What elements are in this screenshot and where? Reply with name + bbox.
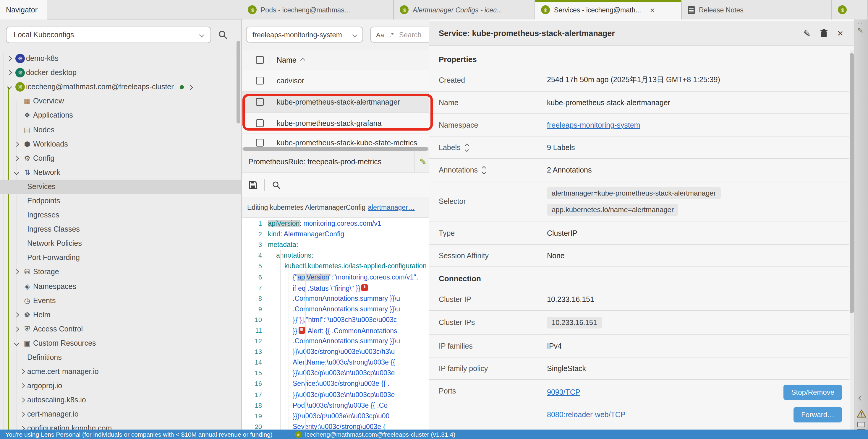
drawer-scrollbar[interactable]	[850, 50, 854, 430]
chevron-right-icon[interactable]	[12, 313, 21, 316]
search-input[interactable]: Aa .* Search	[370, 27, 429, 42]
chevron-down-icon[interactable]	[12, 341, 21, 345]
sidebar-item-autoscaling-k8s-io[interactable]: autoscaling.k8s.io	[0, 393, 241, 407]
helm-icon: ☸	[21, 310, 33, 319]
table-row[interactable]: kube-prometheus-stack-alertmanager	[242, 92, 429, 113]
sidebar-scrollbar[interactable]	[237, 41, 240, 124]
edit-pencil-icon[interactable]: ✎	[419, 157, 427, 167]
table-row[interactable]: cadvisor	[242, 70, 429, 92]
table-row[interactable]: kube-prometheus-stack-grafana	[242, 113, 429, 134]
sidebar-item-cert-manager-io[interactable]: cert-manager.io	[0, 407, 241, 421]
chevron-right-icon[interactable]	[5, 71, 14, 74]
tab-alertmanager-configs-ice[interactable]: ⎈Alertmanager Configs - icec...	[394, 0, 535, 20]
stop-remove-button[interactable]: Stop/Remove	[784, 385, 842, 400]
edit-service-icon[interactable]: ✎	[803, 28, 811, 39]
warning-icon[interactable]	[857, 409, 866, 418]
save-icon[interactable]	[249, 181, 257, 189]
code-line: 16Service:\u003c/strong\u003e {{ .	[242, 378, 429, 389]
sidebar-item-docker-desktop[interactable]: ⎈docker-desktop	[0, 66, 241, 80]
close-tab-icon[interactable]: ×	[650, 6, 655, 14]
table-row-partial[interactable]: kube-prometheus-stack-kube-state-metrics	[242, 134, 429, 147]
sidebar-item-icecheng-mathmast-com-freeleaps-cluster[interactable]: ⎈icecheng@mathmast.com@freeleaps-cluster	[0, 80, 241, 94]
sidebar-item-argoproj-io[interactable]: argoproj.io	[0, 379, 241, 393]
chevron-right-icon[interactable]	[18, 427, 27, 430]
sidebar-item-custom-resources[interactable]: ▣Custom Resources	[0, 336, 241, 350]
sidebar-item-config[interactable]: ⚙Config	[0, 151, 241, 165]
gutter-pencil-icon[interactable]: ✎	[857, 27, 863, 35]
row-checkbox[interactable]	[256, 98, 264, 106]
row-checkbox[interactable]	[256, 77, 264, 85]
sidebar-item-helm[interactable]: ☸Helm	[0, 308, 241, 322]
chevron-glyph	[20, 412, 25, 417]
chevron-right-icon[interactable]	[18, 370, 27, 373]
chevron-right-icon[interactable]	[5, 57, 14, 60]
row-checkbox[interactable]	[256, 139, 264, 146]
close-drawer-icon[interactable]: ×	[837, 28, 843, 38]
chevron-right-icon[interactable]	[12, 156, 21, 160]
chevron-glyph	[14, 327, 19, 332]
chevron-down-icon[interactable]	[12, 171, 21, 174]
sidebar-item-overview[interactable]: ▦Overview	[0, 94, 241, 108]
sidebar-item-ingress-classes[interactable]: Ingress Classes	[0, 222, 241, 236]
sidebar-item-services[interactable]: Services	[0, 180, 241, 194]
select-all-checkbox[interactable]	[256, 56, 264, 64]
sidebar-item-demo-k8s[interactable]: ⎈demo-k8s	[0, 52, 241, 66]
yaml-editor[interactable]: 1apiVersion: monitoring.coreos.com/v12ki…	[242, 218, 429, 430]
sidebar-item-namespaces[interactable]: ◈Namespaces	[0, 279, 241, 293]
navigator-title: Navigator	[6, 6, 37, 14]
horizontal-scrollbar[interactable]	[242, 147, 429, 151]
sidebar-item-access-control[interactable]: ⛨Access Control	[0, 322, 241, 336]
sidebar-item-acme-cert-manager-io[interactable]: acme.cert-manager.io	[0, 365, 241, 379]
chevron-right-icon[interactable]	[189, 83, 192, 91]
panel-icon[interactable]	[857, 422, 865, 427]
sidebar-item-ingresses[interactable]: Ingresses	[0, 208, 241, 222]
search-icon[interactable]	[218, 30, 228, 39]
chevron-down-icon[interactable]	[5, 85, 14, 89]
tab-services-icecheng-math-[interactable]: ⎈Services - icecheng@math...×	[535, 0, 682, 20]
sidebar-item-definitions[interactable]: Definitions	[0, 350, 241, 365]
sidebar-item-network-policies[interactable]: Network Policies	[0, 236, 241, 250]
sidebar-item-storage[interactable]: ⛁Storage	[0, 265, 241, 279]
row-checkbox[interactable]	[256, 120, 264, 127]
expand-toggle-icon[interactable]	[465, 144, 468, 151]
port-link[interactable]: 9093/TCP	[547, 388, 580, 397]
expand-toggle-icon[interactable]	[483, 166, 486, 173]
detail-value: 254d 17h 50m ago (2025年1月13日 GMT+8 1:25:…	[547, 75, 720, 85]
chevron-right-icon[interactable]	[18, 399, 27, 402]
sidebar-item-endpoints[interactable]: Endpoints	[0, 194, 241, 208]
column-header-name[interactable]: Name	[277, 56, 297, 64]
sidebar-item-applications[interactable]: ❖Applications	[0, 108, 241, 123]
chevron-right-icon[interactable]	[18, 384, 27, 387]
match-case-icon[interactable]: Aa	[376, 31, 384, 38]
tab-pods-icecheng-mathmas-[interactable]: ⎈Pods - icecheng@mathmas...	[242, 0, 394, 20]
sidebar-item-workloads[interactable]: ⬢Workloads	[0, 137, 241, 151]
namespace-select[interactable]: freeleaps-monitoring-system	[246, 27, 363, 42]
chevron-right-icon[interactable]	[12, 270, 21, 274]
sidebar-item-label: argoproj.io	[27, 382, 62, 390]
chevron-glyph	[20, 398, 25, 403]
tab-partial[interactable]: ⎈	[832, 0, 868, 20]
sidebar-item-nodes[interactable]: ▤Nodes	[0, 123, 241, 137]
chevron-right-icon[interactable]	[12, 327, 21, 331]
navigator-panel-tab[interactable]: Navigator	[0, 0, 47, 20]
active-cluster-status[interactable]: ⎈ icecheng@mathmast.com@freeleaps-cluste…	[295, 431, 455, 438]
tab-release-notes[interactable]: Release Notes	[682, 0, 832, 20]
forward-button[interactable]: Forward…	[794, 407, 842, 423]
regex-icon[interactable]: .*	[390, 31, 394, 38]
breadcrumb-resource-link[interactable]: alertmanager…	[368, 204, 415, 211]
delete-service-icon[interactable]	[820, 29, 828, 38]
prometheusrule-dock-header[interactable]: PrometheusRule: freepeals-prod-metrics ✎	[242, 151, 429, 173]
sidebar-item-port-forwarding[interactable]: Port Forwarding	[0, 251, 241, 265]
chevron-right-icon[interactable]	[12, 142, 21, 146]
sidebar-item-network[interactable]: ⇅Network	[0, 165, 241, 180]
kubeconfig-select[interactable]: Local Kubeconfigs	[6, 26, 211, 43]
sidebar-item-events[interactable]: ◷Events	[0, 293, 241, 308]
collapse-panel-icon[interactable]	[859, 396, 864, 401]
editor-search-icon[interactable]	[272, 180, 281, 189]
namespace-link[interactable]: freeleaps-monitoring-system	[547, 121, 640, 129]
overflow-dots-icon[interactable]: ..	[857, 18, 863, 25]
detail-label: Selector	[429, 197, 547, 206]
chevron-right-icon[interactable]	[18, 413, 27, 416]
sidebar-item-configuration-konghq-com[interactable]: configuration.konghq.com	[0, 421, 241, 430]
port-link[interactable]: 8080:reloader-web/TCP	[547, 411, 625, 419]
